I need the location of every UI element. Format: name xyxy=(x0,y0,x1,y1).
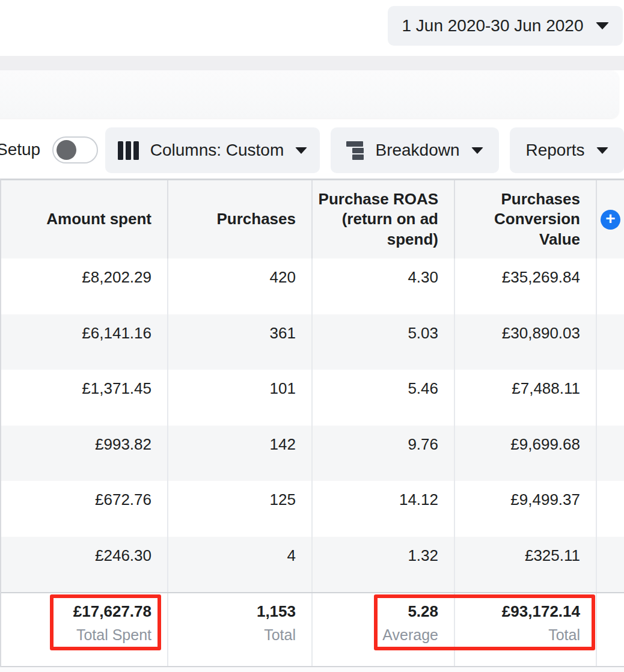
table-cell: £8,202.29 xyxy=(1,258,168,314)
column-header-purchases-conversion-value[interactable]: Purchases Conversion Value xyxy=(455,180,597,258)
table-row: £246.3041.32£325.11 xyxy=(1,537,624,593)
table-cell-spacer xyxy=(597,481,624,537)
table-cell: £6,141.16 xyxy=(1,314,168,370)
breakdown-button-label: Breakdown xyxy=(375,141,459,160)
table-cell: 125 xyxy=(168,481,313,537)
breakdown-button[interactable]: Breakdown xyxy=(331,127,499,173)
table-cell-spacer xyxy=(597,258,624,314)
setup-label: Setup xyxy=(0,140,40,159)
chevron-down-icon xyxy=(596,22,609,29)
table-body: £8,202.294204.30£35,269.84£6,141.163615.… xyxy=(1,258,624,592)
header-divider-band xyxy=(0,56,624,70)
table-cell: £9,499.37 xyxy=(455,481,597,537)
table-cell: 142 xyxy=(168,426,313,481)
ads-manager-page: 1 Jun 2020-30 Jun 2020 Setup Columns: Cu… xyxy=(0,0,624,672)
chevron-down-icon xyxy=(471,147,483,154)
table-cell-spacer xyxy=(597,426,624,481)
add-column-icon[interactable]: + xyxy=(601,210,620,230)
table-cell-spacer xyxy=(597,593,624,666)
date-range-label: 1 Jun 2020-30 Jun 2020 xyxy=(402,16,583,35)
table-cell: 1.32 xyxy=(313,537,455,593)
table-cell-spacer xyxy=(597,370,624,426)
chevron-down-icon xyxy=(596,147,608,154)
collapsed-panel xyxy=(0,70,619,118)
breakdown-icon xyxy=(346,141,364,160)
chevron-down-icon xyxy=(295,147,307,154)
table-cell: £1,371.45 xyxy=(1,370,168,426)
toggle-knob xyxy=(57,140,76,160)
reports-button-label: Reports xyxy=(525,141,584,160)
total-value: £17,627.78 xyxy=(6,602,151,621)
table-cell: £672.76 xyxy=(1,481,168,537)
total-value: £93,172.14 xyxy=(460,602,580,621)
total-conversion-value-cell: £93,172.14 Total xyxy=(455,593,597,666)
date-range-button[interactable]: 1 Jun 2020-30 Jun 2020 xyxy=(388,6,623,46)
total-purchases-cell: 1,153 Total xyxy=(168,593,313,666)
metrics-table: Amount spent Purchases Purchase ROAS (re… xyxy=(0,179,624,667)
columns-icon xyxy=(118,141,139,160)
average-roas-cell: 5.28 Average xyxy=(313,593,455,666)
table-cell-spacer xyxy=(597,537,624,593)
table-cell: 420 xyxy=(168,258,313,314)
total-label: Total xyxy=(173,626,296,644)
bottom-strip xyxy=(0,667,624,672)
column-header-purchase-roas[interactable]: Purchase ROAS (return on ad spend) xyxy=(313,180,455,258)
columns-button[interactable]: Columns: Custom xyxy=(105,127,320,173)
table-cell: 5.46 xyxy=(313,370,455,426)
table-cell: 4.30 xyxy=(313,258,455,314)
table-cell: 9.76 xyxy=(313,426,455,481)
total-value: 5.28 xyxy=(317,602,438,621)
reports-button[interactable]: Reports xyxy=(510,127,624,173)
table-row: £6,141.163615.03£30,890.03 xyxy=(1,314,624,370)
table-cell: £993.82 xyxy=(1,426,168,481)
table-row: £672.7612514.12£9,499.37 xyxy=(1,481,624,537)
column-header-amount-spent[interactable]: Amount spent xyxy=(1,180,168,258)
table-cell: £35,269.84 xyxy=(455,258,597,314)
add-column-header: + xyxy=(597,180,624,258)
total-label: Total xyxy=(460,626,580,644)
table-row: £8,202.294204.30£35,269.84 xyxy=(1,258,624,314)
total-amount-spent-cell: £17,627.78 Total Spent xyxy=(1,593,168,666)
table-row: £993.821429.76£9,699.68 xyxy=(1,426,624,481)
total-value: 1,153 xyxy=(173,602,296,621)
table-cell: £9,699.68 xyxy=(455,426,597,481)
table-cell: £325.11 xyxy=(455,537,597,593)
table-cell: £7,488.11 xyxy=(455,370,597,426)
table-cell: 101 xyxy=(168,370,313,426)
column-header-purchases[interactable]: Purchases xyxy=(168,180,313,258)
total-label: Total Spent xyxy=(6,626,151,644)
table-cell: £30,890.03 xyxy=(455,314,597,370)
table-cell: 4 xyxy=(168,537,313,593)
table-cell: 5.03 xyxy=(313,314,455,370)
table-totals-row: £17,627.78 Total Spent 1,153 Total 5.28 … xyxy=(1,592,624,667)
table-row: £1,371.451015.46£7,488.11 xyxy=(1,370,624,426)
table-cell: £246.30 xyxy=(1,537,168,593)
columns-button-label: Columns: Custom xyxy=(150,141,284,160)
table-cell: 14.12 xyxy=(313,481,455,537)
table-header-row: Amount spent Purchases Purchase ROAS (re… xyxy=(1,180,624,258)
setup-toggle[interactable] xyxy=(52,136,98,163)
setup-toggle-group: Setup xyxy=(0,136,98,163)
table-cell: 361 xyxy=(168,314,313,370)
total-label: Average xyxy=(317,626,438,644)
table-cell-spacer xyxy=(597,314,624,370)
